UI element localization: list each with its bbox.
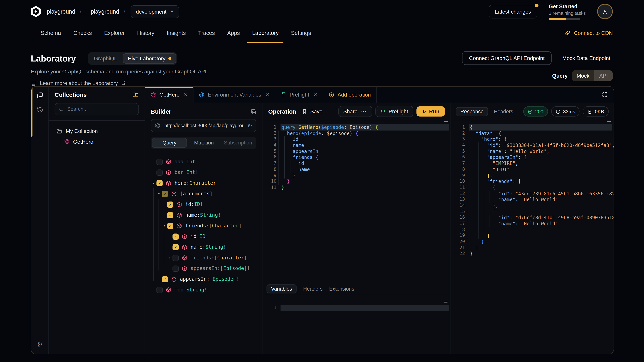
query-editor[interactable]: 1query GetHero($episode: Episode) {2 her… xyxy=(262,120,451,283)
sub-tab-headers[interactable]: Headers xyxy=(303,286,323,292)
mode-option-hive-laboratory[interactable]: Hive Laboratory xyxy=(123,53,176,63)
field-checkbox[interactable] xyxy=(156,169,163,175)
get-started-progress-fill xyxy=(549,18,566,20)
nav-tab-laboratory[interactable]: Laboratory xyxy=(246,23,285,43)
endpoint-url-input[interactable] xyxy=(164,122,244,129)
tree-field--arguments-[interactable]: ▾✓[arguments] xyxy=(145,188,262,199)
field-name: id: xyxy=(190,233,200,239)
divider xyxy=(82,54,82,63)
tree-field-id-[interactable]: ✓id: ID! xyxy=(145,199,262,210)
tree-field-id-[interactable]: ✓id: ID! xyxy=(145,231,262,242)
collapse-builder-icon[interactable] xyxy=(250,109,256,115)
environment-select[interactable]: development ▼ xyxy=(130,5,179,18)
code-line: 11 { xyxy=(451,185,614,191)
close-icon[interactable]: ✕ xyxy=(313,92,318,97)
mock-endpoint-button[interactable]: Mock Data Endpoint xyxy=(560,55,613,62)
nav-tab-settings[interactable]: Settings xyxy=(285,23,317,43)
collections-icon[interactable] xyxy=(36,92,44,99)
tab-environment-variables[interactable]: Environment Variables✕ xyxy=(194,87,275,103)
collection-operation-gethero[interactable]: GetHero xyxy=(60,136,144,147)
field-checkbox[interactable] xyxy=(156,159,163,165)
code-line: 4 name xyxy=(262,142,451,148)
field-checkbox[interactable]: ✓ xyxy=(162,191,168,197)
nav-tab-traces[interactable]: Traces xyxy=(192,23,221,43)
save-button[interactable]: Save xyxy=(302,108,322,115)
breadcrumb-project[interactable]: playground xyxy=(91,8,119,15)
nav-tab-schema[interactable]: Schema xyxy=(34,23,67,43)
tab-preflight[interactable]: Preflight✕ xyxy=(275,87,323,103)
field-checkbox[interactable] xyxy=(156,287,163,293)
response-tab-headers[interactable]: Headers xyxy=(494,109,513,114)
add-folder-icon[interactable] xyxy=(132,91,139,98)
get-started-widget[interactable]: Get Started 3 remaining tasks xyxy=(549,3,586,20)
nav-tab-checks[interactable]: Checks xyxy=(67,23,98,43)
breadcrumb-org[interactable]: playground xyxy=(47,8,75,15)
response-viewer[interactable]: 1{2 "data": {3 "hero": {4 "id": "9303830… xyxy=(451,120,614,354)
field-checkbox[interactable] xyxy=(172,255,179,261)
code-line: 17 "name": "Hello World" xyxy=(451,221,614,227)
field-checkbox[interactable]: ✓ xyxy=(167,212,174,218)
close-icon[interactable]: ✕ xyxy=(184,92,188,97)
tree-field-appearsin-[interactable]: appearsIn: [Episode]! xyxy=(145,263,262,274)
type-cube-icon xyxy=(182,233,188,240)
field-checkbox[interactable]: ✓ xyxy=(167,223,174,229)
sub-tab-extensions[interactable]: Extensions xyxy=(329,286,354,292)
operation-kind-mutation[interactable]: Mutation xyxy=(187,138,221,148)
connect-endpoint-button[interactable]: Connect GraphQL API Endpoint xyxy=(462,51,552,65)
refresh-icon[interactable]: ↻ xyxy=(247,122,252,129)
preflight-button[interactable]: Preflight xyxy=(375,106,413,117)
variables-editor[interactable]: 1 xyxy=(262,295,451,354)
history-icon[interactable] xyxy=(36,106,44,113)
latest-changes-button[interactable]: Latest changes xyxy=(489,5,537,18)
nav-tab-explorer[interactable]: Explorer xyxy=(98,23,131,43)
nav-tab-apps[interactable]: Apps xyxy=(221,23,246,43)
fullscreen-icon[interactable] xyxy=(602,91,608,98)
tree-field-friends-[interactable]: ▾✓friends: [Character] xyxy=(145,220,262,231)
share-button[interactable]: Share ··· xyxy=(338,106,372,117)
field-checkbox[interactable]: ✓ xyxy=(156,180,163,186)
field-checkbox[interactable]: ✓ xyxy=(167,201,174,207)
tree-field-name-[interactable]: ✓name: String! xyxy=(145,242,262,252)
run-button[interactable]: Run xyxy=(416,106,445,116)
chevron-down-icon[interactable]: ▾ xyxy=(151,181,156,185)
endpoint-option-mock[interactable]: Mock xyxy=(572,70,594,81)
editor-fold-handle[interactable] xyxy=(444,121,448,122)
field-checkbox[interactable]: ✓ xyxy=(172,244,179,250)
sub-tab-variables[interactable]: Variables xyxy=(266,284,296,294)
tree-field-bar-[interactable]: bar: Int! xyxy=(145,167,262,178)
field-checkbox[interactable]: ✓ xyxy=(162,276,168,282)
search-input[interactable] xyxy=(66,106,135,112)
nav-tab-history[interactable]: History xyxy=(131,23,160,43)
editor-fold-handle[interactable] xyxy=(444,302,448,303)
tab-add-operation[interactable]: Add operation xyxy=(323,87,376,103)
user-avatar[interactable] xyxy=(597,4,613,19)
tree-field-foo-[interactable]: foo: String! xyxy=(145,284,262,295)
tree-field-aaa-[interactable]: aaa: Int xyxy=(145,156,262,167)
chevron-down-icon[interactable]: ▾ xyxy=(161,224,167,228)
field-checkbox[interactable]: ✓ xyxy=(172,233,179,240)
endpoint-option-api[interactable]: API xyxy=(594,70,613,81)
chevron-right-icon[interactable]: ▸ xyxy=(167,256,172,260)
gear-icon[interactable]: ⚙ xyxy=(37,341,43,349)
collections-search[interactable] xyxy=(55,103,139,115)
field-type: Int xyxy=(186,159,196,165)
learn-more-link[interactable]: Learn more about the Laboratory xyxy=(40,80,118,86)
chevron-down-icon[interactable]: ▾ xyxy=(156,192,162,196)
editor-fold-handle[interactable] xyxy=(606,121,611,122)
response-tab-response[interactable]: Response xyxy=(456,107,488,116)
tree-field-friends-[interactable]: ▸friends: [Character] xyxy=(145,252,262,263)
operation-kind-subscription[interactable]: Subscription xyxy=(221,138,255,148)
tab-gethero[interactable]: GetHero✕ xyxy=(145,87,193,103)
mode-option-graphiql[interactable]: GraphiQL xyxy=(89,53,122,63)
tree-field-hero-[interactable]: ▾✓hero: Character xyxy=(145,178,262,188)
connect-to-cdn-link[interactable]: Connect to CDN xyxy=(565,23,613,43)
collection-folder[interactable]: My Collection xyxy=(49,125,144,136)
operation-kind-query[interactable]: Query xyxy=(152,138,187,148)
nav-tab-insights[interactable]: Insights xyxy=(160,23,192,43)
tree-field-name-[interactable]: ✓name: String! xyxy=(145,210,262,220)
field-checkbox[interactable] xyxy=(172,265,179,272)
bookmark-icon xyxy=(302,109,308,114)
close-icon[interactable]: ✕ xyxy=(265,92,270,97)
tree-field-appearsin-[interactable]: ✓appearsIn: [Episode]! xyxy=(145,274,262,284)
response-tabs: ResponseHeaders xyxy=(456,107,513,116)
